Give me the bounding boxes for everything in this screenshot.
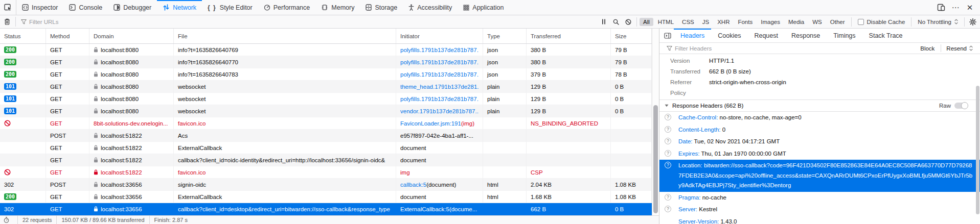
help-icon[interactable]: ? bbox=[665, 114, 671, 120]
meatball-menu-button[interactable]: ⋯ bbox=[949, 2, 962, 14]
type-filter-css[interactable]: CSS bbox=[678, 18, 698, 26]
table-row[interactable]: 200GETlocalhost:8080info?t=1635826640770… bbox=[0, 56, 652, 68]
table-row[interactable]: 200GETlocalhost:8080info?t=1635826640783… bbox=[0, 68, 652, 81]
header-item-server-version[interactable]: Server-Version: 1.43.0 bbox=[659, 216, 980, 224]
initiator-link[interactable]: vendor.1791b137de281b787... bbox=[400, 108, 478, 114]
initiator-link[interactable]: callback:5 bbox=[400, 182, 426, 188]
table-row[interactable]: 200GETlocalhost:33656ExternalCallbackdoc… bbox=[0, 191, 652, 203]
column-header-type[interactable]: Type bbox=[483, 29, 527, 43]
tab-inspector[interactable]: Inspector bbox=[16, 0, 63, 15]
network-settings-button[interactable] bbox=[967, 16, 979, 28]
scrollbar-thumb[interactable] bbox=[653, 105, 658, 213]
stopwatch-icon[interactable] bbox=[4, 217, 9, 223]
node-picker-button[interactable] bbox=[0, 0, 16, 15]
disable-cache-toggle[interactable]: Disable Cache bbox=[858, 19, 905, 25]
tab-network[interactable]: Network bbox=[157, 0, 202, 15]
detail-tab-headers[interactable]: Headers bbox=[674, 29, 711, 42]
filter-headers-input[interactable] bbox=[675, 45, 916, 52]
type-filter-xhr[interactable]: XHR bbox=[714, 18, 733, 26]
transferred-cell: 662 B bbox=[527, 203, 611, 215]
column-header-size[interactable]: Size bbox=[611, 29, 652, 43]
table-row[interactable]: GETlocalhost:51822ExternalCallbackdocume… bbox=[0, 142, 652, 154]
table-row[interactable]: 200GETlocalhost:8080info?t=1635826640769… bbox=[0, 44, 652, 56]
clear-requests-button[interactable] bbox=[1, 16, 13, 28]
block-url-button[interactable]: Block bbox=[916, 45, 939, 52]
help-icon[interactable]: ? bbox=[665, 126, 671, 133]
header-item-server[interactable]: ?Server: Kestrel bbox=[659, 204, 980, 216]
table-row[interactable]: GET8bit-solutions-dev.onelogin...favicon… bbox=[0, 117, 652, 130]
type-filter-js[interactable]: JS bbox=[699, 18, 713, 26]
help-icon[interactable]: ? bbox=[665, 150, 671, 157]
throttling-select[interactable]: No Throttling bbox=[918, 19, 958, 25]
pause-traffic-button[interactable] bbox=[598, 16, 610, 28]
help-icon[interactable]: ? bbox=[665, 162, 671, 168]
domain-text: 8bit-solutions-dev.onelogin... bbox=[94, 120, 168, 127]
table-row[interactable]: GETlocalhost:51822callback?client_id=oid… bbox=[0, 154, 652, 166]
tab-accessibility[interactable]: Accessibility bbox=[403, 0, 458, 15]
header-item-location[interactable]: ?Location: bitwarden://sso-callback?code… bbox=[659, 160, 980, 192]
header-item-expires[interactable]: ?Expires: Thu, 01 Jan 1970 00:00:00 GMT bbox=[659, 148, 980, 160]
detail-tab-timings[interactable]: Timings bbox=[827, 29, 862, 42]
resend-select[interactable]: Resend bbox=[943, 45, 976, 52]
raw-toggle-group: Raw bbox=[939, 103, 975, 109]
type-filter-other[interactable]: Other bbox=[827, 18, 849, 26]
type-filter-html[interactable]: HTML bbox=[654, 18, 677, 26]
help-icon[interactable]: ? bbox=[665, 138, 671, 144]
detail-tab-cookies[interactable]: Cookies bbox=[711, 29, 747, 42]
initiator-link[interactable]: polyfills.1791b137de281b787... bbox=[400, 47, 478, 53]
tab-label: Inspector bbox=[32, 4, 58, 11]
type-filter-media[interactable]: Media bbox=[785, 18, 808, 26]
initiator-link[interactable]: theme_head.1791b137de281... bbox=[400, 84, 478, 90]
detail-tab-request[interactable]: Request bbox=[747, 29, 785, 42]
response-headers-section-header[interactable]: Response Headers (662 B) Raw bbox=[659, 99, 980, 112]
initiator-link[interactable]: polyfills.1791b137de281b787... bbox=[400, 71, 478, 78]
table-row[interactable]: 101GETlocalhost:8080websocketpolyfills.1… bbox=[0, 93, 652, 105]
table-row[interactable]: 302GETlocalhost:33656callback?client_id=… bbox=[0, 203, 652, 215]
responsive-mode-button[interactable] bbox=[935, 2, 947, 14]
initiator-cell: img bbox=[396, 166, 483, 179]
close-devtools-button[interactable]: ✕ bbox=[964, 2, 976, 14]
help-icon[interactable]: ? bbox=[665, 206, 671, 212]
header-item-pragma[interactable]: ?Pragma: no-cache bbox=[659, 192, 980, 204]
table-row[interactable]: 302POSTlocalhost:33656signin-oidccallbac… bbox=[0, 179, 652, 191]
table-row[interactable]: GETlocalhost:51822favicon.icoimgCSP bbox=[0, 166, 652, 179]
search-button[interactable] bbox=[610, 16, 622, 28]
type-filter-images[interactable]: Images bbox=[757, 18, 784, 26]
tab-storage[interactable]: Storage bbox=[360, 0, 403, 15]
filter-urls-input[interactable] bbox=[29, 19, 598, 25]
initiator-link[interactable]: FaviconLoader.jsm:191 bbox=[400, 120, 461, 127]
initiator-link[interactable]: polyfills.1791b137de281b787... bbox=[400, 96, 478, 102]
tab-console[interactable]: Console bbox=[63, 0, 108, 15]
column-header-domain[interactable]: Domain bbox=[89, 29, 174, 43]
table-row[interactable]: 101GETlocalhost:8080websockettheme_head.… bbox=[0, 81, 652, 93]
detail-tab-stack-trace[interactable]: Stack Trace bbox=[862, 29, 909, 42]
help-icon[interactable]: ? bbox=[665, 194, 671, 201]
raw-toggle[interactable] bbox=[954, 103, 968, 109]
column-header-status[interactable]: Status bbox=[0, 29, 46, 43]
initiator-link[interactable]: polyfills.1791b137de281b787... bbox=[400, 59, 478, 65]
request-blocking-button[interactable] bbox=[622, 16, 634, 28]
type-filter-fonts[interactable]: Fonts bbox=[734, 18, 756, 26]
header-item-date[interactable]: ?Date: Tue, 02 Nov 2021 04:17:21 GMT bbox=[659, 136, 980, 148]
column-header-initiator[interactable]: Initiator bbox=[396, 29, 483, 43]
table-row[interactable]: POSTlocalhost:51822Acse957f897-042e-4ba1… bbox=[0, 130, 652, 142]
collapse-details-button[interactable] bbox=[662, 30, 674, 42]
tab-application[interactable]: Application bbox=[458, 0, 509, 15]
header-item-cache-control[interactable]: ?Cache-Control: no-store, no-cache, max-… bbox=[659, 112, 980, 124]
initiator-link[interactable]: ExternalCallback:5 bbox=[400, 206, 449, 212]
tab-performance[interactable]: Performance bbox=[258, 0, 316, 15]
tab-debugger[interactable]: Debugger bbox=[108, 0, 157, 15]
header-item-content-length[interactable]: ?Content-Length: 0 bbox=[659, 124, 980, 136]
detail-tab-response[interactable]: Response bbox=[785, 29, 827, 42]
column-header-transferred[interactable]: Transferred bbox=[527, 29, 611, 43]
table-scrollbar[interactable] bbox=[652, 29, 659, 215]
column-header-method[interactable]: Method bbox=[46, 29, 89, 43]
table-row[interactable]: 101GETlocalhost:8080websocketvendor.1791… bbox=[0, 105, 652, 117]
type-filter-ws[interactable]: WS bbox=[809, 18, 826, 26]
disable-cache-checkbox[interactable] bbox=[858, 19, 864, 25]
column-header-file[interactable]: File bbox=[174, 29, 396, 43]
details-scrollbar-thumb[interactable] bbox=[976, 86, 979, 214]
type-filter-all[interactable]: All bbox=[640, 18, 653, 26]
tab-style-editor[interactable]: { }Style Editor bbox=[202, 0, 258, 15]
tab-memory[interactable]: Memory bbox=[315, 0, 360, 15]
